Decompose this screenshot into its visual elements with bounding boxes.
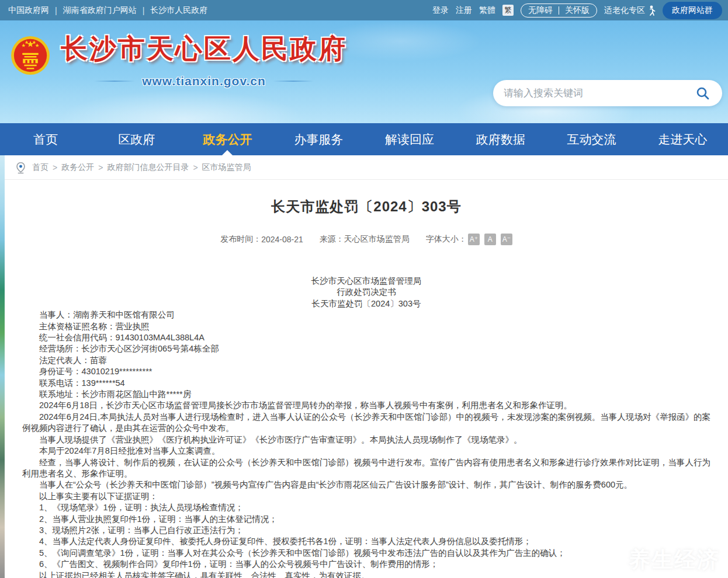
publish-time: 发布时间： 2024-08-21 xyxy=(220,234,303,245)
topbar-separator: | xyxy=(55,6,57,15)
document-paragraph: 法定代表人：苗蓉 xyxy=(22,355,710,366)
breadcrumb-link[interactable]: 区市场监管局 xyxy=(202,162,251,173)
breadcrumb-link[interactable]: 政府部门信息公开目录 xyxy=(107,162,189,173)
nav-item[interactable]: 区政府 xyxy=(91,123,182,155)
url-decorative-line xyxy=(273,81,314,82)
document-paragraph: 2024年6月24日,本局执法人员对当事人进行现场检查时，进入当事人认证的公众号… xyxy=(22,412,710,434)
background-image-strip xyxy=(0,155,5,578)
topbar-link[interactable]: 中国政府网 xyxy=(8,5,49,16)
publish-time-label: 发布时间： xyxy=(220,234,261,245)
pill-divider xyxy=(559,6,559,15)
document-paragraph: 当事人：湖南养天和中医馆有限公司 xyxy=(22,309,710,321)
breadcrumb-separator: > xyxy=(193,163,197,172)
breadcrumb-separator: > xyxy=(53,163,57,172)
elderly-zone-link[interactable]: 适老化专区 xyxy=(604,5,656,16)
location-pin-icon xyxy=(15,161,26,174)
nav-item-label: 区政府 xyxy=(118,131,155,148)
care-version-link[interactable]: 关怀版 xyxy=(565,5,590,16)
document-paragraph: 1、《现场笔录》1份，证明：执法人员现场检查情况； xyxy=(22,502,710,513)
login-link[interactable]: 登录 xyxy=(432,5,449,16)
article-content: 长天市监处罚〔2024〕303号 发布时间： 2024-08-21 来源： 天心… xyxy=(5,180,728,578)
font-size-button[interactable]: A xyxy=(484,234,496,245)
font-size-label: 字体大小： xyxy=(426,234,467,245)
site-header: 长沙市天心区人民政府 www.tianxin.gov.cn xyxy=(0,20,728,123)
url-decorative-line xyxy=(94,81,135,82)
document-paragraph: 2、当事人营业执照复印件1份，证明：当事人的主体登记情况； xyxy=(22,514,710,525)
font-size-button[interactable]: A⁺ xyxy=(468,234,480,245)
document-paragraph: 3、现场照片2张，证明：当事人已自行改正违法行为； xyxy=(22,525,710,536)
page-title: 长天市监处罚〔2024〕303号 xyxy=(5,197,728,216)
page: 中国政府网 | 湖南省政府门户网站 | 长沙市人民政府 登录 注册 繁體 繁 xyxy=(0,0,728,578)
topbar-link[interactable]: 湖南省政府门户网站 xyxy=(63,5,137,16)
elderly-person-icon xyxy=(647,5,656,16)
source: 来源： 天心区市场监管局 xyxy=(320,234,410,245)
document-paragraph: 统一社会信用代码：91430103MA4L388L4A xyxy=(22,332,710,343)
document-paragraph: 当事人现场提供了《营业执照》《医疗机构执业许可证》《长沙市医疗广告审查证明》。本… xyxy=(22,434,710,445)
breadcrumb-separator: > xyxy=(98,163,103,172)
document-paragraph: 5、《询问调查笔录》1份，证明：当事人对在其公众号（长沙养天和中医馆门诊部）视频… xyxy=(22,548,710,559)
document-paragraph: 2024年6月18日，长沙市天心区市场监督管理局接长沙市市场监督管理局转办的举报… xyxy=(22,400,710,411)
topbar-left-links: 中国政府网 | 湖南省政府门户网站 | 长沙市人民政府 xyxy=(8,5,219,16)
top-utility-bar: 中国政府网 | 湖南省政府门户网站 | 长沙市人民政府 登录 注册 繁體 繁 xyxy=(0,0,728,20)
nav-item[interactable]: 首页 xyxy=(0,123,91,155)
document-paragraph: 本局于2024年7月8日经批准对当事人立案调查。 xyxy=(22,445,710,457)
nav-item-label: 互动交流 xyxy=(567,131,616,148)
document-paragraph: 主体资格证照名称：营业执照 xyxy=(22,321,710,332)
register-link[interactable]: 注册 xyxy=(456,5,472,16)
nav-item-label: 解读回应 xyxy=(385,131,434,148)
government-site-group-button[interactable]: 政府网站群 xyxy=(663,2,722,19)
font-size-buttons: A⁺ A A⁻ xyxy=(468,234,512,245)
document-heading-line: 行政处罚决定书 xyxy=(22,287,710,298)
nav-item[interactable]: 政府数据 xyxy=(455,123,546,155)
nav-item[interactable]: 办事服务 xyxy=(273,123,364,155)
font-size-button[interactable]: A⁻ xyxy=(501,234,512,245)
document-paragraph: 经营场所：长沙市天心区沙河街065号第4栋全部 xyxy=(22,343,710,354)
site-url: www.tianxin.gov.cn xyxy=(142,74,266,88)
breadcrumb-link[interactable]: 政务公开 xyxy=(61,162,94,173)
topbar-link[interactable]: 长沙市人民政府 xyxy=(150,5,207,16)
breadcrumb-items: 首页 > 政务公开 > 政府部门信息公开目录 > 区市场监管局 xyxy=(32,162,259,173)
site-brand: 长沙市天心区人民政府 www.tianxin.gov.cn xyxy=(11,31,347,88)
document-paragraph: 当事人在“公众号（长沙养天和中医馆门诊部）”视频号内宣传广告内容是由“长沙市雨花… xyxy=(22,479,710,490)
elderly-zone-label: 适老化专区 xyxy=(604,5,645,16)
document-paragraph: 以上证据均已经相关人员核实并签字确认，具有关联性、合法性、真实性，为有效证据。 xyxy=(22,570,710,578)
document-heading-line: 长天市监处罚〔2024〕303号 xyxy=(22,298,710,309)
nav-item[interactable]: 互动交流 xyxy=(546,123,637,155)
search-box xyxy=(493,80,722,106)
document-paragraph: 4、当事人法定代表人身份证复印件、被委托人身份证复印件、授权委托书各1份，证明：… xyxy=(22,536,710,547)
document-paragraph: 联系地址：长沙市雨花区韶山中路*****房 xyxy=(22,389,710,400)
breadcrumb-link[interactable]: 首页 xyxy=(32,162,48,173)
document-paragraph: 身份证号：43010219********** xyxy=(22,366,710,377)
main-nav: 首页 区政府 政务公开 办事服务 解读回应 政府数据 互动交流 xyxy=(0,123,728,155)
document-paragraph: 6、《广告图文、视频制作合同》复印件1份，证明：当事人的公众号视频号中广告设计、… xyxy=(22,559,710,570)
traditional-toggle-icon[interactable]: 繁 xyxy=(502,5,514,16)
document-paragraphs: 当事人：湖南养天和中医馆有限公司 主体资格证照名称：营业执照 统一社会信用代码：… xyxy=(22,309,710,578)
document-body: 长沙市天心区市场监督管理局 行政处罚决定书 长天市监处罚〔2024〕303号 当… xyxy=(5,276,728,578)
accessibility-link[interactable]: 无障碍 xyxy=(528,5,553,16)
nav-item-label: 首页 xyxy=(33,131,58,148)
source-label: 来源： xyxy=(320,234,344,245)
nav-item[interactable]: 走进天心 xyxy=(637,123,728,155)
nav-item[interactable]: 政务公开 xyxy=(182,123,273,155)
document-paragraph: 联系电话：139******54 xyxy=(22,378,710,389)
nav-item-label: 走进天心 xyxy=(658,131,707,148)
document-paragraph: 以上事实主要有以下证据证明： xyxy=(22,491,710,502)
topbar-separator: | xyxy=(143,6,145,15)
search-icon xyxy=(696,86,710,100)
search-button[interactable] xyxy=(694,85,712,102)
document-heading-line: 长沙市天心区市场监督管理局 xyxy=(22,276,710,287)
nav-item[interactable]: 解读回应 xyxy=(364,123,455,155)
traditional-chinese-link[interactable]: 繁體 xyxy=(479,5,495,16)
accessibility-pill: 无障碍 关怀版 xyxy=(521,4,597,18)
document-paragraph: 经查，当事人将设计、制作后的视频，在认证的公众号（长沙养天和中医馆门诊部）视频号… xyxy=(22,457,710,480)
nav-item-label: 办事服务 xyxy=(294,131,343,148)
site-title: 长沙市天心区人民政府 xyxy=(61,31,347,67)
publish-time-value: 2024-08-21 xyxy=(261,235,303,244)
search-input[interactable] xyxy=(504,88,694,99)
breadcrumb: 首页 > 政务公开 > 政府部门信息公开目录 > 区市场监管局 xyxy=(5,155,728,180)
document-heading: 长沙市天心区市场监督管理局 行政处罚决定书 长天市监处罚〔2024〕303号 xyxy=(22,276,710,309)
national-emblem-icon xyxy=(11,36,50,75)
source-value: 天心区市场监管局 xyxy=(344,234,410,245)
brand-text: 长沙市天心区人民政府 www.tianxin.gov.cn xyxy=(61,31,347,88)
nav-item-label: 政务公开 xyxy=(203,131,252,148)
